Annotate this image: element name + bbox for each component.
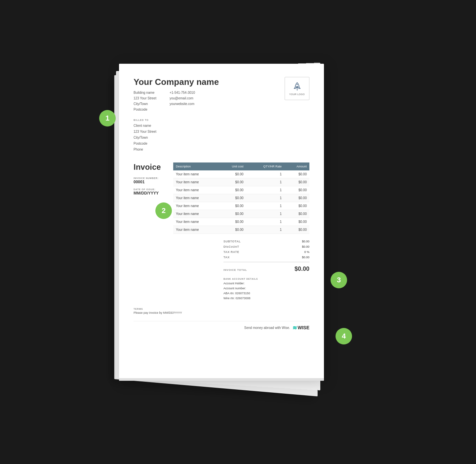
cell-qty: 1 <box>246 226 284 233</box>
col-description: Description <box>173 162 219 170</box>
totals-divider <box>223 262 309 262</box>
badge-3: 3 <box>331 272 347 288</box>
cell-amount: $0.00 <box>284 178 309 186</box>
cell-unit-cost: $0.00 <box>219 226 246 233</box>
cell-description: Your item name <box>173 226 219 233</box>
tax-rate-label: TAX RATE <box>223 250 239 254</box>
cell-unit-cost: $0.00 <box>219 178 246 186</box>
table-header-row: Description Unit cost QTY/HR Rate Amount <box>173 162 309 170</box>
invoice-meta: Invoice INVOICE NUMBER: 00001 DATE OF IS… <box>134 162 167 234</box>
cell-unit-cost: $0.00 <box>219 170 246 178</box>
badge-1: 1 <box>99 110 116 126</box>
bank-details-section: BANK ACCOUNT DETAILS Account Holder: Acc… <box>223 278 309 301</box>
totals-table: SUBTOTAL $0.00 DIsCoUnT $0.00 TAX RATE 0… <box>223 239 309 301</box>
company-header: Your Company name Building name 123 Your… <box>134 77 309 112</box>
discount-label: DIsCoUnT <box>223 245 239 248</box>
cell-amount: $0.00 <box>284 226 309 233</box>
cell-description: Your item name <box>173 202 219 210</box>
rocket-icon <box>292 81 302 92</box>
cell-amount: $0.00 <box>284 210 309 218</box>
totals-section: SUBTOTAL $0.00 DIsCoUnT $0.00 TAX RATE 0… <box>134 239 309 301</box>
wise-logo: ≋ WISE <box>293 325 309 331</box>
cell-amount: $0.00 <box>284 194 309 202</box>
subtotal-value: $0.00 <box>302 240 309 243</box>
bank-label: BANK ACCOUNT DETAILS <box>223 278 309 280</box>
billed-to-info: Client name 123 Your Street City/Town Po… <box>134 123 309 153</box>
discount-row: DIsCoUnT $0.00 <box>223 244 309 249</box>
table-row: Your item name $0.00 1 $0.00 <box>173 170 309 178</box>
logo-text: YOUR LOGO <box>289 93 305 95</box>
company-name: Your Company name <box>134 77 219 87</box>
cell-amount: $0.00 <box>284 186 309 194</box>
cell-description: Your item name <box>173 186 219 194</box>
invoice-footer: Send money abroad with Wise. ≋ WISE <box>134 321 309 331</box>
invoice-date-label: DATE OF ISSUE: <box>134 188 167 191</box>
company-address: Building name 123 Your Street City/Town … <box>134 90 156 112</box>
svg-point-1 <box>297 84 298 85</box>
invoice-scene: Your Company name Building name 123 Your… <box>89 51 387 414</box>
tax-label: TAX <box>223 256 230 259</box>
bank-info: Account Holder: Account number: ABA rtn:… <box>223 281 309 301</box>
subtotal-row: SUBTOTAL $0.00 <box>223 239 309 244</box>
table-row: Your item name $0.00 1 $0.00 <box>173 202 309 210</box>
invoice-total-row: INVOICE TOTAL $0.00 <box>223 264 309 274</box>
discount-value: $0.00 <box>302 245 309 248</box>
table-row: Your item name $0.00 1 $0.00 <box>173 218 309 226</box>
invoice-title: Invoice <box>134 162 167 172</box>
tax-rate-row: TAX RATE 0 % <box>223 249 309 255</box>
table-row: Your item name $0.00 1 $0.00 <box>173 210 309 218</box>
cell-description: Your item name <box>173 218 219 226</box>
cell-qty: 1 <box>246 194 284 202</box>
cell-unit-cost: $0.00 <box>219 218 246 226</box>
cell-description: Your item name <box>173 210 219 218</box>
subtotal-label: SUBTOTAL <box>223 240 241 243</box>
tax-row: TAX $0.00 <box>223 255 309 260</box>
cell-amount: $0.00 <box>284 218 309 226</box>
wise-brand: WISE <box>298 325 309 330</box>
terms-label: TERMS <box>134 308 309 310</box>
invoice-total-value: $0.00 <box>295 266 309 272</box>
cell-qty: 1 <box>246 186 284 194</box>
invoice-date-value: MM/DD/YYYY <box>134 191 167 196</box>
cell-unit-cost: $0.00 <box>219 194 246 202</box>
cell-unit-cost: $0.00 <box>219 202 246 210</box>
cell-description: Your item name <box>173 170 219 178</box>
table-row: Your item name $0.00 1 $0.00 <box>173 194 309 202</box>
cell-unit-cost: $0.00 <box>219 186 246 194</box>
tax-rate-value: 0 % <box>304 250 309 254</box>
badge-2: 2 <box>155 202 172 219</box>
col-qty: QTY/HR Rate <box>246 162 284 170</box>
table-row: Your item name $0.00 1 $0.00 <box>173 186 309 194</box>
invoice-body: Invoice INVOICE NUMBER: 00001 DATE OF IS… <box>134 162 309 234</box>
billed-to-label: BILLED TO <box>134 119 309 121</box>
wise-icon: ≋ <box>293 325 297 331</box>
table-row: Your item name $0.00 1 $0.00 <box>173 226 309 233</box>
cell-qty: 1 <box>246 218 284 226</box>
invoice-number-label: INVOICE NUMBER: <box>134 177 167 179</box>
col-amount: Amount <box>284 162 309 170</box>
col-unit-cost: Unit cost <box>219 162 246 170</box>
cell-unit-cost: $0.00 <box>219 210 246 218</box>
cell-amount: $0.00 <box>284 170 309 178</box>
billed-to-section: BILLED TO Client name 123 Your Street Ci… <box>134 119 309 153</box>
terms-value: Please pay invoice by MM/DD/YYYY <box>134 311 309 314</box>
cell-qty: 1 <box>246 210 284 218</box>
table-row: Your item name $0.00 1 $0.00 <box>173 178 309 186</box>
logo-box: YOUR LOGO <box>285 77 309 100</box>
tax-value: $0.00 <box>302 256 309 259</box>
invoice-page: Your Company name Building name 123 Your… <box>119 64 324 381</box>
footer-text: Send money abroad with Wise. <box>244 326 290 330</box>
line-items-table: Description Unit cost QTY/HR Rate Amount… <box>173 162 309 234</box>
badge-4: 4 <box>336 328 352 344</box>
cell-qty: 1 <box>246 170 284 178</box>
invoice-number-value: 00001 <box>134 180 167 184</box>
terms-section: TERMS Please pay invoice by MM/DD/YYYY <box>134 308 309 314</box>
cell-amount: $0.00 <box>284 202 309 210</box>
cell-description: Your item name <box>173 178 219 186</box>
invoice-table: Description Unit cost QTY/HR Rate Amount… <box>173 162 309 234</box>
invoice-total-label: INVOICE TOTAL <box>223 268 247 271</box>
company-contact: +1-541-754-3010 you@email.com yourwebsit… <box>170 90 195 112</box>
bottom-strip <box>119 378 324 381</box>
cell-qty: 1 <box>246 178 284 186</box>
cell-description: Your item name <box>173 194 219 202</box>
